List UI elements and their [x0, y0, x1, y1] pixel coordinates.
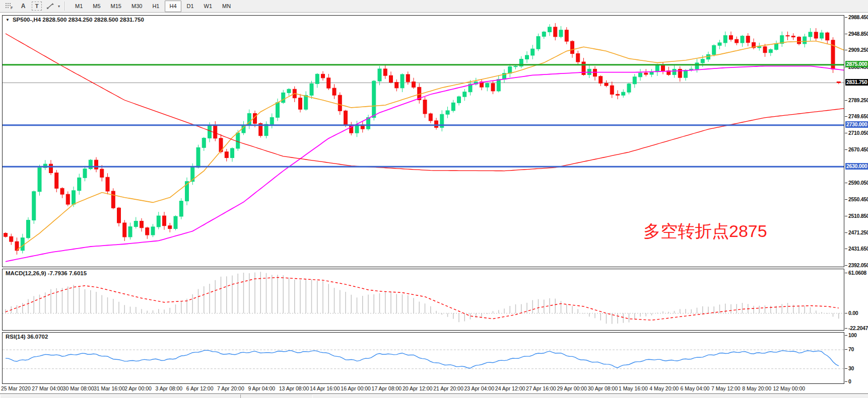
timeframes-toolbar: M1M5M15M30H1H4D1W1MN	[68, 0, 238, 12]
axis-tick	[845, 265, 847, 266]
date-tick-label: 9 Apr 04:00	[248, 385, 275, 391]
line-studies-toolbar: F A T ▾	[0, 0, 62, 12]
timeframe-button-d1[interactable]: D1	[182, 1, 198, 12]
axis-tick	[845, 116, 847, 117]
date-tick-label: 24 Apr 12:00	[495, 385, 525, 391]
date-tick-label: 25 Mar 2020	[1, 385, 31, 391]
timeframe-button-m30[interactable]: M30	[127, 1, 147, 12]
axis-tick	[845, 381, 847, 382]
chart-title: ▼ SP500-,H4 2828.500 2834.250 2828.500 2…	[6, 17, 144, 23]
chart-annotation-text: 多空转折点2875	[643, 220, 767, 243]
axis-tick	[845, 335, 847, 336]
date-tick-label: 27 Mar 04:00	[32, 385, 63, 391]
date-tick-label: 4 May 20:00	[649, 385, 679, 391]
hline-price-badge: 2630.000	[845, 163, 868, 170]
timeframe-button-h1[interactable]: H1	[148, 1, 164, 12]
current-price-badge: 2831.750	[845, 79, 868, 86]
macd-chart[interactable]	[3, 269, 844, 330]
price-tick-label: 2749.650	[848, 113, 868, 119]
macd-scale-label: -22.2047	[848, 325, 868, 331]
axis-tick	[845, 232, 847, 233]
rsi-header: RSI(14) 36.0702	[6, 334, 48, 340]
price-tick-label: 2392.050	[848, 262, 868, 268]
axis-tick	[845, 100, 847, 101]
date-tick-label: 13 Apr 08:00	[279, 385, 309, 391]
axis-tick	[845, 313, 847, 313]
date-tick-label: 30 Apr 08:00	[588, 385, 618, 391]
rsi-scale-label: 30	[848, 365, 868, 371]
axis-tick	[845, 149, 847, 150]
svg-text:F: F	[11, 6, 13, 10]
date-tick-label: 3 Apr 08:00	[156, 385, 183, 391]
date-tick-label: 7 May 12:00	[711, 385, 741, 391]
axis-tick	[845, 368, 847, 369]
macd-scale-label: 61.0608	[848, 270, 868, 276]
timeframe-button-m1[interactable]: M1	[71, 1, 87, 12]
price-tick-label: 2789.250	[848, 97, 868, 103]
label-a-icon[interactable]: A	[18, 1, 29, 11]
date-tick-label: 29 Apr 00:00	[557, 385, 587, 391]
date-tick-label: 12 May 00:00	[773, 385, 806, 391]
date-tick-label: 8 May 20:00	[742, 385, 771, 391]
price-tick-label: 2510.850	[848, 213, 868, 219]
axis-tick	[845, 349, 847, 350]
date-tick-label: 6 May 04:00	[681, 385, 710, 391]
status-segment	[0, 394, 241, 398]
price-tick-label: 2948.850	[848, 31, 868, 37]
rsi-panel[interactable]: RSI(14) 36.0702	[2, 332, 844, 384]
dropdown-caret-icon[interactable]: ▾	[58, 4, 60, 9]
axis-tick	[845, 50, 847, 50]
price-tick-label: 2710.050	[848, 130, 868, 136]
toolbar: F A T ▾ M1M5M15M30H1H4D1W1MN	[0, 0, 868, 13]
timeframe-button-w1[interactable]: W1	[199, 1, 217, 12]
timeframe-button-h4[interactable]: H4	[165, 1, 181, 12]
mt4-window: F A T ▾ M1M5M15M30H1H4D1W1MN ▼ SP500-,H4…	[0, 0, 868, 398]
timeframe-button-mn[interactable]: MN	[218, 1, 235, 12]
date-tick-label: 14 Apr 16:00	[310, 385, 340, 391]
axis-tick	[845, 328, 847, 329]
collapse-triangle-icon[interactable]: ▼	[6, 18, 10, 22]
date-tick-label: 16 Apr 00:00	[341, 385, 371, 391]
chart-title-text: SP500-,H4 2828.500 2834.250 2828.500 283…	[13, 17, 144, 23]
date-tick-label: 6 Apr 12:00	[186, 385, 214, 391]
axis-tick	[845, 17, 847, 18]
date-tick-label: 31 Mar 16:00	[94, 385, 125, 391]
rsi-scale-label: 70	[848, 346, 868, 352]
status-bar	[0, 393, 868, 398]
rsi-scale-label: 100	[848, 332, 868, 338]
hline-price-badge: 2875.000	[845, 61, 868, 67]
date-tick-label: 20 Apr 12:00	[403, 385, 433, 391]
text-box-t-icon[interactable]: T	[32, 2, 42, 11]
date-tick-label: 17 Apr 08:00	[372, 385, 402, 391]
macd-header: MACD(12,26,9) -7.7936 7.6015	[6, 270, 87, 276]
macd-panel[interactable]: MACD(12,26,9) -7.7936 7.6015	[2, 269, 844, 331]
axis-tick	[845, 273, 847, 273]
axis-tick	[845, 133, 847, 133]
price-tick-label: 2471.250	[848, 229, 868, 235]
price-tick-label: 2670.450	[848, 146, 868, 152]
pointer-grid-f-icon[interactable]: F	[4, 1, 15, 11]
status-segment	[312, 394, 868, 398]
price-tick-label: 2909.250	[848, 47, 868, 53]
date-tick-label: 2 Apr 00:00	[124, 385, 152, 391]
date-tick-label: 1 May 16:00	[619, 385, 648, 391]
axis-tick	[845, 183, 847, 183]
rsi-chart[interactable]	[3, 333, 844, 383]
timeframe-button-m5[interactable]: M5	[88, 1, 105, 12]
macd-scale-label: 0.00	[848, 310, 868, 316]
draw-arrows-icon[interactable]	[45, 1, 56, 11]
date-tick-label: 27 Apr 16:00	[526, 385, 556, 391]
date-tick-label: 23 Apr 04:00	[464, 385, 495, 391]
price-chart-panel[interactable]: ▼ SP500-,H4 2828.500 2834.250 2828.500 2…	[2, 15, 844, 267]
price-tick-label: 2590.050	[848, 180, 868, 186]
timeframe-button-m15[interactable]: M15	[106, 1, 126, 12]
price-tick-label: 2550.450	[848, 196, 868, 202]
time-axis[interactable]: 25 Mar 202027 Mar 04:0030 Mar 08:0031 Ma…	[0, 384, 868, 393]
hline-price-badge: 2730.000	[845, 121, 868, 128]
price-tick-label: 2431.650	[848, 246, 868, 252]
axis-tick	[845, 199, 847, 200]
date-tick-label: 7 Apr 20:00	[217, 385, 244, 391]
toolbar-separator	[64, 2, 65, 11]
date-tick-label: 30 Mar 08:00	[63, 385, 94, 391]
axis-tick	[845, 34, 847, 34]
